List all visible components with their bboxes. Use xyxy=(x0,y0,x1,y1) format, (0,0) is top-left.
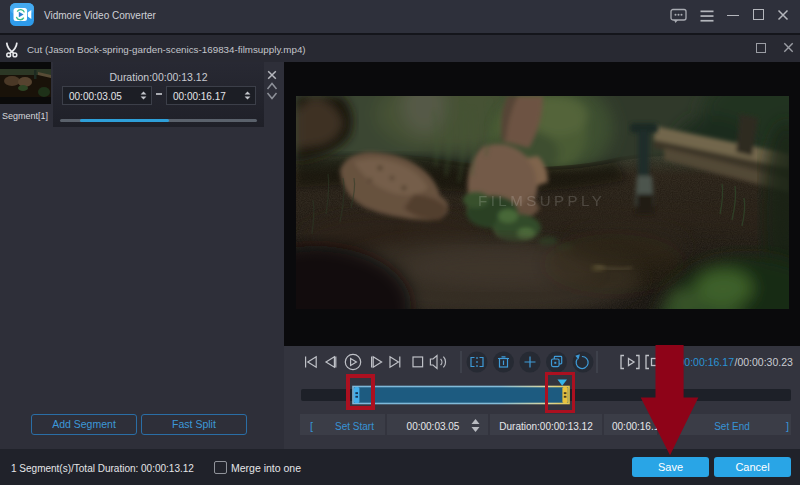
svg-text:/00:00:30.23: /00:00:30.23 xyxy=(735,356,794,368)
svg-text:FILMSUPPLY: FILMSUPPLY xyxy=(478,192,605,209)
